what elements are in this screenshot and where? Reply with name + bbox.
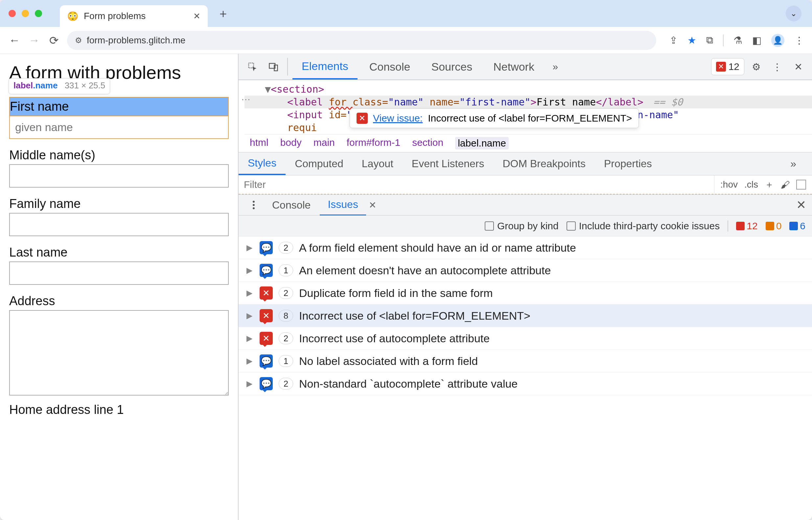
device-toolbar-icon[interactable] <box>264 54 283 79</box>
drawer-close-icon[interactable]: ✕ <box>796 198 806 212</box>
cls-toggle[interactable]: .cls <box>744 179 758 190</box>
tooltip-dimensions: 331 × 25.5 <box>65 80 105 90</box>
breadcrumb-item[interactable]: main <box>313 137 335 150</box>
last-name-label: Last name <box>9 245 229 260</box>
tab-elements[interactable]: Elements <box>293 54 357 79</box>
subtab-event-listeners[interactable]: Event Listeners <box>403 153 493 175</box>
expand-arrow-icon[interactable]: ▼ <box>265 83 271 95</box>
expand-arrow-icon[interactable]: ▶ <box>247 288 254 297</box>
bookmark-icon[interactable]: ★ <box>687 34 696 46</box>
breadcrumb-item[interactable]: form#form-1 <box>347 137 400 150</box>
dom-token: name= <box>430 96 459 108</box>
dom-token: <section> <box>271 83 324 95</box>
issue-row[interactable]: ▶✕2Incorrect use of autocomplete attribu… <box>238 327 812 350</box>
issue-row[interactable]: ▶✕8Incorrect use of <label for=FORM_ELEM… <box>238 305 812 327</box>
breadcrumb-item[interactable]: html <box>250 137 269 150</box>
include-3p-label: Include third-party cookie issues <box>579 220 720 231</box>
issue-row[interactable]: ▶💬2A form field element should have an i… <box>238 236 812 259</box>
styles-filter-input[interactable] <box>238 175 714 194</box>
expand-arrow-icon[interactable]: ▶ <box>247 379 254 388</box>
issues-warning-count[interactable]: 0 <box>766 220 782 232</box>
subtabs-overflow-icon[interactable]: » <box>781 153 806 175</box>
info-category-icon: 💬 <box>260 241 273 254</box>
browser-tab[interactable]: 😳 Form problems ✕ <box>60 5 208 27</box>
subtab-layout[interactable]: Layout <box>353 153 403 175</box>
omnibox[interactable]: ⚙︎ form-problems.glitch.me <box>67 31 656 50</box>
back-button[interactable]: ← <box>8 34 21 47</box>
dom-token: requi <box>287 122 317 133</box>
window-minimize-icon[interactable] <box>22 10 29 17</box>
last-name-input[interactable] <box>9 261 229 285</box>
sidepanel-icon[interactable]: ◧ <box>752 34 761 46</box>
drawer-tab-close-icon[interactable]: ✕ <box>369 200 376 211</box>
tab-network[interactable]: Network <box>484 54 543 79</box>
tab-favicon-icon: 😳 <box>67 11 79 22</box>
dom-line-selected[interactable]: <label for class="name" name="first-name… <box>245 96 812 108</box>
issue-row[interactable]: ▶💬2Non-standard `autocomplete` attribute… <box>238 372 812 395</box>
breadcrumb-item[interactable]: section <box>412 137 443 150</box>
tabs-overflow-icon[interactable]: » <box>546 54 564 79</box>
tabstrip-overflow-icon[interactable]: ⌄ <box>786 6 802 21</box>
error-count-pill[interactable]: ✕ 12 <box>711 58 744 75</box>
tab-console[interactable]: Console <box>360 54 420 79</box>
drawer-tab-console[interactable]: Console <box>264 195 319 215</box>
error-count: 12 <box>729 61 739 72</box>
issues-error-count[interactable]: 12 <box>736 220 758 232</box>
site-settings-icon[interactable]: ⚙︎ <box>75 36 82 45</box>
labs-icon[interactable]: ⚗ <box>733 34 742 46</box>
issue-row[interactable]: ▶💬1An element doesn't have an autocomple… <box>238 259 812 282</box>
breadcrumb-item[interactable]: body <box>280 137 302 150</box>
group-by-kind-checkbox[interactable]: Group by kind <box>485 220 559 232</box>
breadcrumb-item-active[interactable]: label.name <box>455 137 509 150</box>
tab-sources[interactable]: Sources <box>422 54 481 79</box>
expand-arrow-icon[interactable]: ▶ <box>247 357 254 366</box>
subtab-dom-breakpoints[interactable]: DOM Breakpoints <box>493 153 595 175</box>
dom-eq-selector: == $0 <box>653 96 683 108</box>
subtab-computed[interactable]: Computed <box>285 153 353 175</box>
issues-info-count[interactable]: 6 <box>789 220 806 232</box>
omnibox-url[interactable]: form-problems.glitch.me <box>87 35 649 46</box>
profile-avatar-icon[interactable]: 👤 <box>771 34 784 47</box>
address-textarea[interactable] <box>9 310 229 395</box>
settings-gear-icon[interactable]: ⚙ <box>747 54 765 79</box>
devtools: Elements Console Sources Network » ✕ 12 … <box>238 54 812 520</box>
issue-row[interactable]: ▶✕2Duplicate form field id in the same f… <box>238 282 812 305</box>
dom-text: First name <box>537 96 596 108</box>
new-tab-button[interactable]: ＋ <box>215 6 231 21</box>
inspect-element-icon[interactable] <box>243 54 261 79</box>
expand-arrow-icon[interactable]: ▶ <box>247 266 254 275</box>
first-name-input[interactable] <box>9 116 229 139</box>
expand-arrow-icon[interactable]: ▶ <box>247 334 254 343</box>
issue-count-badge: 8 <box>279 310 293 321</box>
devtools-close-icon[interactable]: ✕ <box>789 54 807 79</box>
expand-arrow-icon[interactable]: ▶ <box>247 311 254 320</box>
tab-close-icon[interactable]: ✕ <box>193 11 200 21</box>
info-category-icon: 💬 <box>260 264 273 277</box>
tooltip-class: .name <box>33 80 57 90</box>
menu-kebab-icon[interactable]: ⋮ <box>794 34 804 46</box>
paint-icon[interactable]: 🖌 <box>781 179 790 190</box>
middle-name-field: Middle name(s) <box>9 148 229 187</box>
reload-button[interactable]: ⟳ <box>47 34 60 47</box>
dom-line[interactable]: ▼ <section> <box>245 83 812 96</box>
home-address-1-field: Home address line 1 <box>9 403 229 417</box>
extensions-icon[interactable]: ⧉ <box>706 34 713 46</box>
middle-name-input[interactable] <box>9 164 229 187</box>
subtab-properties[interactable]: Properties <box>595 153 661 175</box>
issue-count-badge: 2 <box>279 242 293 254</box>
window-zoom-icon[interactable] <box>35 10 42 17</box>
expand-arrow-icon[interactable]: ▶ <box>247 243 254 252</box>
include-3p-checkbox[interactable]: Include third-party cookie issues <box>566 220 720 232</box>
window-close-icon[interactable] <box>8 10 16 17</box>
subtab-styles[interactable]: Styles <box>238 152 285 175</box>
devtools-menu-icon[interactable]: ⋮ <box>768 54 786 79</box>
issue-row[interactable]: ▶💬1No label associated with a form field <box>238 350 812 372</box>
computed-box-icon[interactable] <box>796 180 806 189</box>
drawer-tab-issues[interactable]: Issues <box>320 194 366 216</box>
new-rule-icon[interactable]: ＋ <box>765 178 774 191</box>
drawer-menu-icon[interactable] <box>245 201 263 209</box>
share-icon[interactable]: ⇪ <box>669 34 678 46</box>
hov-toggle[interactable]: :hov <box>720 179 738 190</box>
family-name-input[interactable] <box>9 213 229 236</box>
view-issue-link[interactable]: View issue: <box>373 113 423 124</box>
